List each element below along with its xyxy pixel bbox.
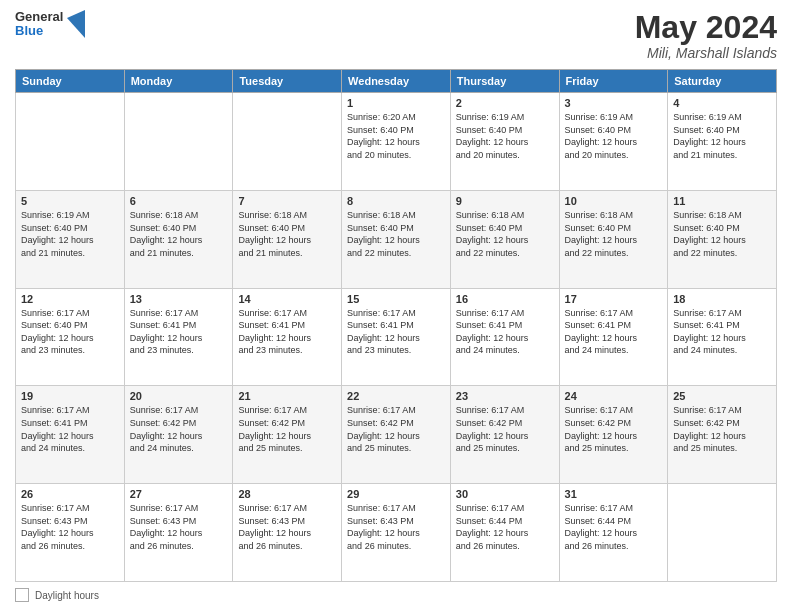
day-info: Sunrise: 6:17 AM Sunset: 6:42 PM Dayligh… bbox=[673, 404, 771, 454]
day-info: Sunrise: 6:18 AM Sunset: 6:40 PM Dayligh… bbox=[347, 209, 445, 259]
day-number: 30 bbox=[456, 488, 554, 500]
day-number: 14 bbox=[238, 293, 336, 305]
calendar-cell: 6Sunrise: 6:18 AM Sunset: 6:40 PM Daylig… bbox=[124, 190, 233, 288]
calendar-week-row: 19Sunrise: 6:17 AM Sunset: 6:41 PM Dayli… bbox=[16, 386, 777, 484]
calendar-cell bbox=[124, 93, 233, 191]
title-location: Mili, Marshall Islands bbox=[635, 45, 777, 61]
day-info: Sunrise: 6:17 AM Sunset: 6:43 PM Dayligh… bbox=[238, 502, 336, 552]
day-info: Sunrise: 6:17 AM Sunset: 6:41 PM Dayligh… bbox=[130, 307, 228, 357]
day-number: 16 bbox=[456, 293, 554, 305]
day-info: Sunrise: 6:18 AM Sunset: 6:40 PM Dayligh… bbox=[130, 209, 228, 259]
day-info: Sunrise: 6:17 AM Sunset: 6:42 PM Dayligh… bbox=[347, 404, 445, 454]
day-number: 9 bbox=[456, 195, 554, 207]
calendar-cell: 10Sunrise: 6:18 AM Sunset: 6:40 PM Dayli… bbox=[559, 190, 668, 288]
calendar-cell: 2Sunrise: 6:19 AM Sunset: 6:40 PM Daylig… bbox=[450, 93, 559, 191]
day-number: 23 bbox=[456, 390, 554, 402]
calendar-week-row: 1Sunrise: 6:20 AM Sunset: 6:40 PM Daylig… bbox=[16, 93, 777, 191]
day-number: 3 bbox=[565, 97, 663, 109]
day-number: 19 bbox=[21, 390, 119, 402]
day-number: 15 bbox=[347, 293, 445, 305]
day-number: 10 bbox=[565, 195, 663, 207]
calendar-cell: 19Sunrise: 6:17 AM Sunset: 6:41 PM Dayli… bbox=[16, 386, 125, 484]
page: General Blue May 2024 Mili, Marshall Isl… bbox=[0, 0, 792, 612]
calendar-cell: 24Sunrise: 6:17 AM Sunset: 6:42 PM Dayli… bbox=[559, 386, 668, 484]
calendar-header-saturday: Saturday bbox=[668, 70, 777, 93]
day-number: 7 bbox=[238, 195, 336, 207]
calendar-header-thursday: Thursday bbox=[450, 70, 559, 93]
calendar-cell: 11Sunrise: 6:18 AM Sunset: 6:40 PM Dayli… bbox=[668, 190, 777, 288]
day-number: 8 bbox=[347, 195, 445, 207]
day-info: Sunrise: 6:18 AM Sunset: 6:40 PM Dayligh… bbox=[673, 209, 771, 259]
calendar-week-row: 5Sunrise: 6:19 AM Sunset: 6:40 PM Daylig… bbox=[16, 190, 777, 288]
day-info: Sunrise: 6:17 AM Sunset: 6:43 PM Dayligh… bbox=[21, 502, 119, 552]
svg-marker-0 bbox=[67, 10, 85, 38]
day-info: Sunrise: 6:20 AM Sunset: 6:40 PM Dayligh… bbox=[347, 111, 445, 161]
title-month: May 2024 bbox=[635, 10, 777, 45]
day-number: 12 bbox=[21, 293, 119, 305]
day-info: Sunrise: 6:19 AM Sunset: 6:40 PM Dayligh… bbox=[21, 209, 119, 259]
calendar-header-sunday: Sunday bbox=[16, 70, 125, 93]
calendar-cell: 25Sunrise: 6:17 AM Sunset: 6:42 PM Dayli… bbox=[668, 386, 777, 484]
calendar-cell: 12Sunrise: 6:17 AM Sunset: 6:40 PM Dayli… bbox=[16, 288, 125, 386]
day-info: Sunrise: 6:19 AM Sunset: 6:40 PM Dayligh… bbox=[673, 111, 771, 161]
calendar-cell: 28Sunrise: 6:17 AM Sunset: 6:43 PM Dayli… bbox=[233, 484, 342, 582]
day-number: 22 bbox=[347, 390, 445, 402]
calendar-cell: 17Sunrise: 6:17 AM Sunset: 6:41 PM Dayli… bbox=[559, 288, 668, 386]
day-info: Sunrise: 6:17 AM Sunset: 6:40 PM Dayligh… bbox=[21, 307, 119, 357]
calendar-cell: 5Sunrise: 6:19 AM Sunset: 6:40 PM Daylig… bbox=[16, 190, 125, 288]
calendar-cell: 29Sunrise: 6:17 AM Sunset: 6:43 PM Dayli… bbox=[342, 484, 451, 582]
calendar-header-monday: Monday bbox=[124, 70, 233, 93]
day-info: Sunrise: 6:18 AM Sunset: 6:40 PM Dayligh… bbox=[565, 209, 663, 259]
calendar-header-wednesday: Wednesday bbox=[342, 70, 451, 93]
day-number: 25 bbox=[673, 390, 771, 402]
day-number: 20 bbox=[130, 390, 228, 402]
day-info: Sunrise: 6:17 AM Sunset: 6:41 PM Dayligh… bbox=[21, 404, 119, 454]
day-number: 2 bbox=[456, 97, 554, 109]
day-info: Sunrise: 6:17 AM Sunset: 6:43 PM Dayligh… bbox=[130, 502, 228, 552]
calendar-cell: 27Sunrise: 6:17 AM Sunset: 6:43 PM Dayli… bbox=[124, 484, 233, 582]
calendar-cell: 13Sunrise: 6:17 AM Sunset: 6:41 PM Dayli… bbox=[124, 288, 233, 386]
day-number: 21 bbox=[238, 390, 336, 402]
calendar-cell bbox=[16, 93, 125, 191]
day-info: Sunrise: 6:18 AM Sunset: 6:40 PM Dayligh… bbox=[238, 209, 336, 259]
calendar-table: SundayMondayTuesdayWednesdayThursdayFrid… bbox=[15, 69, 777, 582]
footer: Daylight hours bbox=[15, 588, 777, 602]
day-info: Sunrise: 6:17 AM Sunset: 6:41 PM Dayligh… bbox=[456, 307, 554, 357]
header-right: May 2024 Mili, Marshall Islands bbox=[635, 10, 777, 61]
calendar-cell: 14Sunrise: 6:17 AM Sunset: 6:41 PM Dayli… bbox=[233, 288, 342, 386]
calendar-cell: 3Sunrise: 6:19 AM Sunset: 6:40 PM Daylig… bbox=[559, 93, 668, 191]
day-number: 1 bbox=[347, 97, 445, 109]
calendar-cell: 9Sunrise: 6:18 AM Sunset: 6:40 PM Daylig… bbox=[450, 190, 559, 288]
calendar-header-tuesday: Tuesday bbox=[233, 70, 342, 93]
calendar-cell: 16Sunrise: 6:17 AM Sunset: 6:41 PM Dayli… bbox=[450, 288, 559, 386]
calendar-cell: 22Sunrise: 6:17 AM Sunset: 6:42 PM Dayli… bbox=[342, 386, 451, 484]
day-info: Sunrise: 6:17 AM Sunset: 6:42 PM Dayligh… bbox=[130, 404, 228, 454]
calendar-cell bbox=[233, 93, 342, 191]
calendar-cell: 15Sunrise: 6:17 AM Sunset: 6:41 PM Dayli… bbox=[342, 288, 451, 386]
day-number: 4 bbox=[673, 97, 771, 109]
calendar-cell: 20Sunrise: 6:17 AM Sunset: 6:42 PM Dayli… bbox=[124, 386, 233, 484]
day-info: Sunrise: 6:19 AM Sunset: 6:40 PM Dayligh… bbox=[456, 111, 554, 161]
day-info: Sunrise: 6:17 AM Sunset: 6:44 PM Dayligh… bbox=[456, 502, 554, 552]
day-number: 27 bbox=[130, 488, 228, 500]
daylight-label: Daylight hours bbox=[35, 590, 99, 601]
logo-general: General bbox=[15, 10, 63, 24]
calendar-cell: 30Sunrise: 6:17 AM Sunset: 6:44 PM Dayli… bbox=[450, 484, 559, 582]
day-number: 26 bbox=[21, 488, 119, 500]
day-info: Sunrise: 6:17 AM Sunset: 6:41 PM Dayligh… bbox=[347, 307, 445, 357]
day-number: 17 bbox=[565, 293, 663, 305]
day-number: 6 bbox=[130, 195, 228, 207]
day-info: Sunrise: 6:18 AM Sunset: 6:40 PM Dayligh… bbox=[456, 209, 554, 259]
calendar-cell: 21Sunrise: 6:17 AM Sunset: 6:42 PM Dayli… bbox=[233, 386, 342, 484]
day-info: Sunrise: 6:17 AM Sunset: 6:43 PM Dayligh… bbox=[347, 502, 445, 552]
day-info: Sunrise: 6:17 AM Sunset: 6:42 PM Dayligh… bbox=[565, 404, 663, 454]
day-number: 13 bbox=[130, 293, 228, 305]
day-number: 29 bbox=[347, 488, 445, 500]
header: General Blue May 2024 Mili, Marshall Isl… bbox=[15, 10, 777, 61]
day-number: 5 bbox=[21, 195, 119, 207]
calendar-week-row: 12Sunrise: 6:17 AM Sunset: 6:40 PM Dayli… bbox=[16, 288, 777, 386]
day-info: Sunrise: 6:19 AM Sunset: 6:40 PM Dayligh… bbox=[565, 111, 663, 161]
calendar-cell: 18Sunrise: 6:17 AM Sunset: 6:41 PM Dayli… bbox=[668, 288, 777, 386]
logo-icon bbox=[67, 10, 85, 38]
calendar-cell: 1Sunrise: 6:20 AM Sunset: 6:40 PM Daylig… bbox=[342, 93, 451, 191]
